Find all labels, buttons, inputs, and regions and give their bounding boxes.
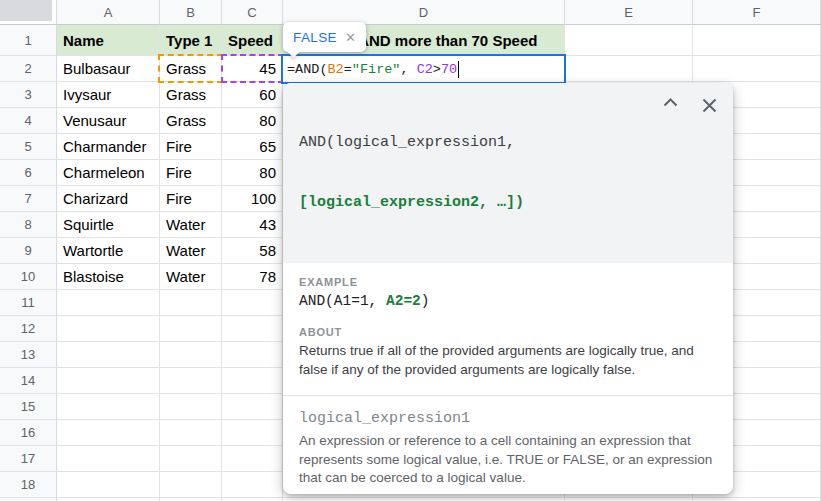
row-header-8[interactable]: 8 <box>0 212 57 238</box>
cell-A4[interactable]: Venusaur <box>57 108 160 134</box>
row-header-15[interactable]: 15 <box>0 394 57 420</box>
row-header-16[interactable]: 16 <box>0 420 57 446</box>
row-header-5[interactable]: 5 <box>0 134 57 160</box>
cell-C13[interactable] <box>222 342 283 368</box>
row-header-17[interactable]: 17 <box>0 446 57 472</box>
cell-B8[interactable]: Water <box>160 212 222 238</box>
cell-A12[interactable] <box>57 316 160 342</box>
cell-A5[interactable]: Charmander <box>57 134 160 160</box>
cell-A11[interactable] <box>57 290 160 316</box>
cell-A15[interactable] <box>57 394 160 420</box>
cell-C14[interactable] <box>222 368 283 394</box>
column-header-b[interactable]: B <box>160 0 222 25</box>
formula-result-chip[interactable]: FALSE ✕ <box>283 22 366 52</box>
chip-close-icon[interactable]: ✕ <box>345 30 356 45</box>
cell-C4[interactable]: 80 <box>222 108 283 134</box>
cell-C12[interactable] <box>222 316 283 342</box>
cell-B11[interactable] <box>160 290 222 316</box>
cell-A13[interactable] <box>57 342 160 368</box>
cell-C1[interactable]: Speed <box>222 25 283 56</box>
row-header-9[interactable]: 9 <box>0 238 57 264</box>
cell-A9[interactable]: Wartortle <box>57 238 160 264</box>
active-cell-editor[interactable]: =AND(B2="Fire", C2>70 <box>281 54 566 84</box>
cell-C7[interactable]: 100 <box>222 186 283 212</box>
cell-A3[interactable]: Ivysaur <box>57 82 160 108</box>
cell-A17[interactable] <box>57 446 160 472</box>
cell-C9[interactable]: 58 <box>222 238 283 264</box>
cell-B12[interactable] <box>160 316 222 342</box>
formula-token: "Fire" <box>352 62 401 77</box>
cell-B18[interactable] <box>160 472 222 498</box>
cell-A6[interactable]: Charmeleon <box>57 160 160 186</box>
cell-C18[interactable] <box>222 472 283 498</box>
popup-header: AND(logical_expression1, [logical_expres… <box>283 83 733 263</box>
about-text: Returns true if all of the provided argu… <box>299 341 717 379</box>
cell-B13[interactable] <box>160 342 222 368</box>
row-header-3[interactable]: 3 <box>0 82 57 108</box>
syntax-line-2: [logical_expression2, …]) <box>299 193 524 213</box>
cell-E1[interactable] <box>565 25 693 56</box>
cell-E2[interactable] <box>565 56 693 82</box>
cell-B4[interactable]: Grass <box>160 108 222 134</box>
example-label: EXAMPLE <box>299 276 717 288</box>
row-header-2[interactable]: 2 <box>0 56 57 82</box>
cell-B5[interactable]: Fire <box>160 134 222 160</box>
cell-F2[interactable] <box>693 56 821 82</box>
column-header-a[interactable]: A <box>57 0 160 25</box>
cell-C17[interactable] <box>222 446 283 472</box>
collapse-button[interactable] <box>663 98 678 107</box>
cell-A8[interactable]: Squirtle <box>57 212 160 238</box>
cell-B9[interactable]: Water <box>160 238 222 264</box>
cell-B17[interactable] <box>160 446 222 472</box>
close-button[interactable] <box>702 98 717 113</box>
cell-A2[interactable]: Bulbasaur <box>57 56 160 82</box>
popup-body: EXAMPLE AND(A1=1, A2=2) ABOUT Returns tr… <box>283 263 733 494</box>
row-header-13[interactable]: 13 <box>0 342 57 368</box>
row-header-4[interactable]: 4 <box>0 108 57 134</box>
column-header-e[interactable]: E <box>565 0 693 25</box>
cell-C2[interactable]: 45 <box>222 56 283 82</box>
column-header-f[interactable]: F <box>693 0 821 25</box>
cell-B1[interactable]: Type 1 <box>160 25 222 56</box>
row-header-10[interactable]: 10 <box>0 264 57 290</box>
cell-C10[interactable]: 78 <box>222 264 283 290</box>
example-code: AND(A1=1, A2=2) <box>299 291 717 311</box>
row-header-7[interactable]: 7 <box>0 186 57 212</box>
cell-C8[interactable]: 43 <box>222 212 283 238</box>
cell-B7[interactable]: Fire <box>160 186 222 212</box>
row-header-18[interactable]: 18 <box>0 472 57 498</box>
cell-C16[interactable] <box>222 420 283 446</box>
cell-C6[interactable]: 80 <box>222 160 283 186</box>
row-header-11[interactable]: 11 <box>0 290 57 316</box>
select-all-corner[interactable] <box>0 0 57 25</box>
spreadsheet: ABCDEF 1NameType 1SpeedFire Type AND mor… <box>0 0 821 501</box>
function-help-popup: AND(logical_expression1, [logical_expres… <box>283 83 733 494</box>
cell-C15[interactable] <box>222 394 283 420</box>
cell-F1[interactable] <box>693 25 821 56</box>
param1-name: logical_expression1 <box>299 410 717 428</box>
cell-B3[interactable]: Grass <box>160 82 222 108</box>
cell-B6[interactable]: Fire <box>160 160 222 186</box>
cell-A16[interactable] <box>57 420 160 446</box>
cell-A18[interactable] <box>57 472 160 498</box>
cell-C5[interactable]: 65 <box>222 134 283 160</box>
cell-C3[interactable]: 60 <box>222 82 283 108</box>
row-header-14[interactable]: 14 <box>0 368 57 394</box>
close-icon <box>702 98 717 113</box>
cell-A7[interactable]: Charizard <box>57 186 160 212</box>
row-header-1[interactable]: 1 <box>0 25 57 56</box>
select-all-corner-fill <box>0 0 52 21</box>
cell-A1[interactable]: Name <box>57 25 160 56</box>
cell-A14[interactable] <box>57 368 160 394</box>
cell-B15[interactable] <box>160 394 222 420</box>
cell-B14[interactable] <box>160 368 222 394</box>
cell-B2[interactable]: Grass <box>160 56 222 82</box>
formula-token: =AND( <box>287 62 328 77</box>
row-header-6[interactable]: 6 <box>0 160 57 186</box>
row-header-12[interactable]: 12 <box>0 316 57 342</box>
cell-B10[interactable]: Water <box>160 264 222 290</box>
cell-B16[interactable] <box>160 420 222 446</box>
column-header-c[interactable]: C <box>222 0 283 25</box>
cell-C11[interactable] <box>222 290 283 316</box>
cell-A10[interactable]: Blastoise <box>57 264 160 290</box>
